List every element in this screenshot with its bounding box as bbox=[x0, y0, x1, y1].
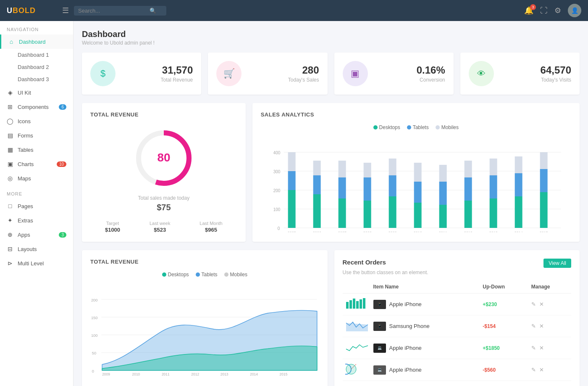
manage-1: ✎ ✕ bbox=[531, 301, 569, 307]
visits-value: 64,570 bbox=[501, 64, 571, 76]
updown-4: -$560 bbox=[483, 367, 496, 373]
notification-button[interactable]: 🔔 3 bbox=[524, 6, 533, 15]
legend-area-dot-tablet bbox=[196, 272, 200, 277]
item-thumb-4: 💻 bbox=[373, 365, 386, 375]
svg-text:2007: 2007 bbox=[338, 231, 346, 232]
legend-dot-mobile bbox=[436, 125, 440, 130]
edit-icon-1[interactable]: ✎ bbox=[531, 301, 536, 307]
search-bar[interactable]: 🔍 bbox=[74, 6, 166, 16]
sidebar-item-extras[interactable]: ✦ Extras bbox=[0, 213, 73, 227]
delete-icon-4[interactable]: ✕ bbox=[539, 367, 544, 373]
svg-rect-24 bbox=[363, 201, 371, 228]
stat-card-conversion: ▣ 0.16% Conversion bbox=[334, 53, 454, 95]
layout: Navigation ⌂ Dashboard Dashboard 1 Dashb… bbox=[0, 21, 588, 386]
svg-text:2015: 2015 bbox=[539, 231, 548, 232]
col-item-name: Item Name bbox=[371, 280, 480, 293]
sidebar-item-dashboard1[interactable]: Dashboard 1 bbox=[18, 49, 73, 61]
table-row: 💻 Apple iPhone -$560 ✎ ✕ bbox=[343, 359, 572, 381]
sidebar-item-charts[interactable]: ▣ Charts 10 bbox=[0, 157, 73, 171]
sidebar-item-apps[interactable]: ⊕ Apps 3 bbox=[0, 227, 73, 242]
updown-3: +$1850 bbox=[483, 345, 499, 351]
svg-rect-29 bbox=[388, 175, 396, 196]
legend-label-mobile: Mobiles bbox=[441, 124, 459, 130]
stat-last-month-value: $965 bbox=[200, 227, 222, 233]
sidebar-item-dashboard[interactable]: ⌂ Dashboard bbox=[0, 34, 73, 49]
svg-text:2010: 2010 bbox=[413, 231, 422, 232]
sales-info: 280 Today's Sales bbox=[248, 64, 319, 83]
edit-icon-3[interactable]: ✎ bbox=[531, 345, 536, 351]
components-badge: 6 bbox=[59, 104, 66, 110]
delete-icon-1[interactable]: ✕ bbox=[539, 301, 544, 307]
edit-icon-2[interactable]: ✎ bbox=[531, 323, 536, 329]
legend-dot-desktop bbox=[373, 125, 378, 130]
sales-analytics-legend: Desktops Tablets Mobiles bbox=[261, 124, 571, 130]
svg-text:400: 400 bbox=[273, 151, 280, 155]
table-row: 📱 Samsung Phone -$154 ✎ ✕ bbox=[343, 315, 572, 337]
view-all-button[interactable]: View All bbox=[543, 259, 571, 268]
charts-icon: ▣ bbox=[7, 161, 13, 167]
sidebar-item-pages[interactable]: □ Pages bbox=[0, 199, 73, 213]
item-thumb-1: 📱 bbox=[373, 300, 386, 309]
area-chart-legend: Desktops Tablets Mobiles bbox=[90, 272, 319, 278]
mini-chart-1 bbox=[343, 293, 371, 315]
svg-rect-75 bbox=[353, 299, 355, 309]
sales-value: 280 bbox=[248, 64, 319, 76]
legend-label-desktop: Desktops bbox=[379, 124, 400, 130]
settings-button[interactable]: ⚙ bbox=[554, 6, 561, 15]
item-thumb-2: 📱 bbox=[373, 322, 386, 331]
sidebar-item-forms[interactable]: ▤ Forms bbox=[0, 128, 73, 143]
delete-icon-3[interactable]: ✕ bbox=[539, 345, 544, 351]
sidebar-item-icons[interactable]: ◯ Icons bbox=[0, 114, 73, 128]
extras-icon: ✦ bbox=[7, 217, 13, 224]
delete-icon-2[interactable]: ✕ bbox=[539, 323, 544, 329]
donut-stats: Target $1000 Last week $523 Last Month $… bbox=[90, 221, 237, 233]
updown-1: +$230 bbox=[483, 301, 497, 307]
revenue-value: 31,570 bbox=[122, 64, 193, 76]
apps-icon: ⊕ bbox=[7, 231, 13, 238]
svg-rect-33 bbox=[414, 182, 421, 203]
user-avatar[interactable]: 👤 bbox=[568, 4, 581, 17]
sidebar-item-multilevel[interactable]: ⊳ Multi Level bbox=[0, 256, 73, 270]
svg-text:0: 0 bbox=[92, 369, 94, 373]
page-subtitle: Welcome to Ubold admin panel ! bbox=[82, 40, 580, 46]
components-icon: ⊞ bbox=[7, 103, 13, 110]
legend-area-mobiles: Mobiles bbox=[224, 272, 247, 278]
sidebar-more-label: More bbox=[0, 185, 73, 199]
sidebar: Navigation ⌂ Dashboard Dashboard 1 Dashb… bbox=[0, 21, 74, 386]
orders-table: Item Name Up-Down Manage bbox=[343, 280, 572, 386]
sidebar-item-layouts[interactable]: ⊟ Layouts bbox=[0, 242, 73, 256]
mini-chart-4 bbox=[343, 359, 371, 381]
search-input[interactable] bbox=[78, 8, 150, 14]
sidebar-label-uikit: UI Kit bbox=[18, 90, 31, 96]
stat-last-week-value: $523 bbox=[150, 227, 171, 233]
stat-card-sales: 🛒 280 Today's Sales bbox=[208, 53, 327, 95]
sidebar-item-maps[interactable]: ◎ Maps bbox=[0, 171, 73, 185]
revenue-icon: $ bbox=[90, 61, 116, 86]
svg-rect-37 bbox=[439, 182, 446, 205]
svg-rect-48 bbox=[514, 196, 522, 228]
stat-cards: $ 31,570 Total Revenue 🛒 280 Today's Sal… bbox=[82, 53, 580, 95]
sidebar-item-dashboard3[interactable]: Dashboard 3 bbox=[18, 73, 73, 85]
svg-text:2008: 2008 bbox=[363, 231, 371, 232]
fullscreen-button[interactable]: ⛶ bbox=[540, 6, 548, 15]
svg-text:200: 200 bbox=[91, 298, 98, 302]
topbar: UBOLD ☰ 🔍 🔔 3 ⛶ ⚙ 👤 bbox=[0, 0, 588, 21]
col-manage: Manage bbox=[529, 280, 571, 293]
svg-rect-42 bbox=[464, 161, 472, 177]
search-icon: 🔍 bbox=[150, 8, 156, 14]
legend-tablets: Tablets bbox=[407, 124, 429, 130]
sidebar-item-dashboard2[interactable]: Dashboard 2 bbox=[18, 61, 73, 73]
sidebar-item-components[interactable]: ⊞ Components 6 bbox=[0, 100, 73, 114]
sidebar-item-uikit[interactable]: ◈ UI Kit bbox=[0, 85, 73, 100]
legend-dot-tablet bbox=[407, 125, 411, 130]
recent-orders-card: Recent Orders View All Use the button cl… bbox=[334, 250, 580, 386]
svg-text:2012: 2012 bbox=[464, 231, 472, 232]
sidebar-label-apps: Apps bbox=[18, 232, 30, 238]
total-revenue-title: Total Revenue bbox=[90, 111, 237, 118]
svg-rect-21 bbox=[338, 177, 346, 198]
charts-badge: 10 bbox=[57, 161, 66, 167]
svg-text:2009: 2009 bbox=[102, 372, 110, 376]
sidebar-item-tables[interactable]: ▦ Tables bbox=[0, 143, 73, 157]
hamburger-button[interactable]: ☰ bbox=[62, 6, 69, 15]
edit-icon-4[interactable]: ✎ bbox=[531, 367, 536, 373]
